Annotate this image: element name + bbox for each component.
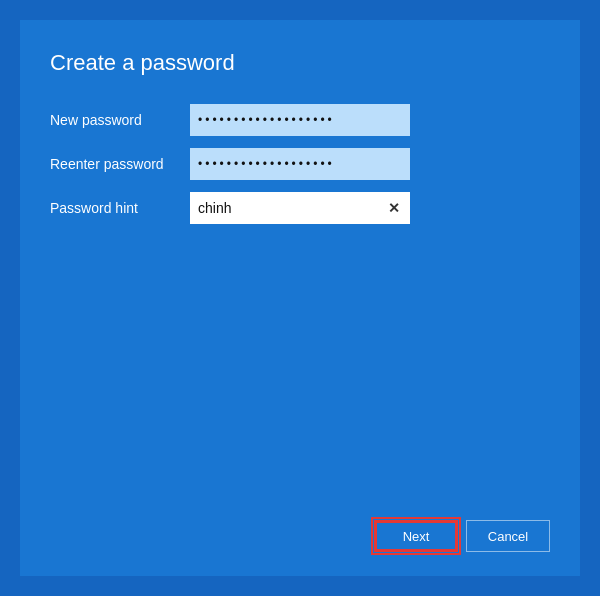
hint-wrapper: ✕ bbox=[190, 192, 410, 224]
new-password-row: New password bbox=[50, 104, 550, 136]
password-hint-input[interactable] bbox=[190, 192, 410, 224]
spacer bbox=[50, 236, 550, 520]
create-password-dialog: Create a password New password Reenter p… bbox=[20, 20, 580, 576]
reenter-password-input[interactable] bbox=[190, 148, 410, 180]
new-password-input[interactable] bbox=[190, 104, 410, 136]
clear-hint-button[interactable]: ✕ bbox=[384, 199, 404, 217]
next-button[interactable]: Next bbox=[374, 520, 458, 552]
form-area: New password Reenter password Password h… bbox=[50, 104, 550, 236]
dialog-title: Create a password bbox=[50, 50, 550, 76]
cancel-button[interactable]: Cancel bbox=[466, 520, 550, 552]
new-password-label: New password bbox=[50, 112, 190, 128]
reenter-password-row: Reenter password bbox=[50, 148, 550, 180]
password-hint-row: Password hint ✕ bbox=[50, 192, 550, 224]
reenter-password-label: Reenter password bbox=[50, 156, 190, 172]
password-hint-label: Password hint bbox=[50, 200, 190, 216]
button-row: Next Cancel bbox=[50, 520, 550, 552]
